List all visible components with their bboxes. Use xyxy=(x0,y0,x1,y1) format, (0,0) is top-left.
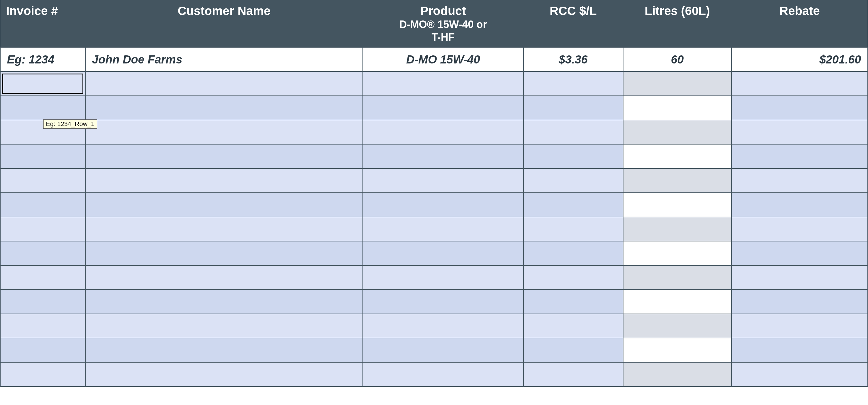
customer-input[interactable] xyxy=(85,96,363,120)
rcc-input[interactable] xyxy=(523,338,623,362)
rebate-table: Invoice # Customer Name Product D-MO® 15… xyxy=(0,0,868,387)
litres-input[interactable] xyxy=(623,338,732,362)
table-row xyxy=(0,314,868,338)
litres-input[interactable] xyxy=(623,241,732,266)
table-row xyxy=(0,144,868,168)
table-row xyxy=(0,120,868,144)
litres-input[interactable] xyxy=(623,266,732,290)
table-row xyxy=(0,193,868,217)
example-invoice: Eg: 1234 xyxy=(0,47,85,71)
rebate-input[interactable] xyxy=(732,120,868,144)
example-product: D-MO 15W-40 xyxy=(363,47,523,71)
rebate-input[interactable] xyxy=(732,338,868,362)
header-product-sub2: T-HF xyxy=(369,31,517,43)
table-row xyxy=(0,362,868,386)
litres-input[interactable] xyxy=(623,362,732,386)
rcc-input[interactable] xyxy=(523,193,623,217)
litres-input[interactable] xyxy=(623,120,732,144)
rebate-input[interactable] xyxy=(732,71,868,96)
litres-input[interactable] xyxy=(623,96,732,120)
rcc-input[interactable] xyxy=(523,290,623,314)
table-row xyxy=(0,71,868,96)
invoice-input[interactable] xyxy=(0,338,85,362)
product-input[interactable] xyxy=(363,362,523,386)
table-row xyxy=(0,96,868,120)
product-input[interactable] xyxy=(363,193,523,217)
rcc-input[interactable] xyxy=(523,71,623,96)
rebate-input[interactable] xyxy=(732,362,868,386)
product-input[interactable] xyxy=(363,290,523,314)
header-customer: Customer Name xyxy=(85,0,363,47)
rebate-input[interactable] xyxy=(732,96,868,120)
rebate-input[interactable] xyxy=(732,290,868,314)
customer-input[interactable] xyxy=(85,338,363,362)
customer-input[interactable] xyxy=(85,314,363,338)
product-input[interactable] xyxy=(363,96,523,120)
invoice-input[interactable] xyxy=(0,266,85,290)
litres-input[interactable] xyxy=(623,71,732,96)
litres-input[interactable] xyxy=(623,193,732,217)
customer-input[interactable] xyxy=(85,241,363,266)
invoice-input[interactable] xyxy=(0,290,85,314)
customer-input[interactable] xyxy=(85,144,363,168)
rcc-input[interactable] xyxy=(523,241,623,266)
litres-input[interactable] xyxy=(623,168,732,193)
product-input[interactable] xyxy=(363,338,523,362)
rebate-input[interactable] xyxy=(732,168,868,193)
rcc-input[interactable] xyxy=(523,120,623,144)
customer-input[interactable] xyxy=(85,217,363,241)
customer-input[interactable] xyxy=(85,266,363,290)
product-input[interactable] xyxy=(363,241,523,266)
rebate-input[interactable] xyxy=(732,217,868,241)
litres-input[interactable] xyxy=(623,314,732,338)
customer-input[interactable] xyxy=(85,290,363,314)
example-customer: John Doe Farms xyxy=(85,47,363,71)
product-input[interactable] xyxy=(363,266,523,290)
litres-input[interactable] xyxy=(623,290,732,314)
invoice-input[interactable] xyxy=(0,193,85,217)
customer-input[interactable] xyxy=(85,71,363,96)
rcc-input[interactable] xyxy=(523,168,623,193)
rebate-input[interactable] xyxy=(732,193,868,217)
rcc-input[interactable] xyxy=(523,96,623,120)
rebate-input[interactable] xyxy=(732,314,868,338)
litres-input[interactable] xyxy=(623,144,732,168)
invoice-input[interactable] xyxy=(0,314,85,338)
customer-input[interactable] xyxy=(85,362,363,386)
header-product-sub1: D-MO® 15W-40 or xyxy=(369,19,517,30)
customer-input[interactable] xyxy=(85,168,363,193)
invoice-input[interactable] xyxy=(0,217,85,241)
rebate-input[interactable] xyxy=(732,241,868,266)
rcc-input[interactable] xyxy=(523,362,623,386)
header-product: Product D-MO® 15W-40 or T-HF xyxy=(363,0,523,47)
example-litres: 60 xyxy=(623,47,732,71)
header-rcc: RCC $/L xyxy=(523,0,623,47)
invoice-input[interactable] xyxy=(0,241,85,266)
product-input[interactable] xyxy=(363,144,523,168)
rcc-input[interactable] xyxy=(523,144,623,168)
rcc-input[interactable] xyxy=(523,217,623,241)
litres-input[interactable] xyxy=(623,217,732,241)
customer-input[interactable] xyxy=(85,120,363,144)
product-input[interactable] xyxy=(363,314,523,338)
invoice-input[interactable] xyxy=(0,362,85,386)
invoice-input[interactable] xyxy=(0,71,85,96)
product-input[interactable] xyxy=(363,217,523,241)
product-input[interactable] xyxy=(363,120,523,144)
product-input[interactable] xyxy=(363,168,523,193)
focused-cell[interactable] xyxy=(2,73,83,94)
table-row xyxy=(0,338,868,362)
rebate-input[interactable] xyxy=(732,266,868,290)
invoice-input[interactable] xyxy=(0,168,85,193)
product-input[interactable] xyxy=(363,71,523,96)
field-tooltip: Eg: 1234_Row_1 xyxy=(43,119,97,129)
header-product-title: Product xyxy=(420,4,466,18)
customer-input[interactable] xyxy=(85,193,363,217)
rcc-input[interactable] xyxy=(523,314,623,338)
rcc-input[interactable] xyxy=(523,266,623,290)
invoice-input[interactable] xyxy=(0,96,85,120)
invoice-input[interactable] xyxy=(0,144,85,168)
header-rebate: Rebate xyxy=(732,0,868,47)
rebate-input[interactable] xyxy=(732,144,868,168)
header-litres: Litres (60L) xyxy=(623,0,732,47)
